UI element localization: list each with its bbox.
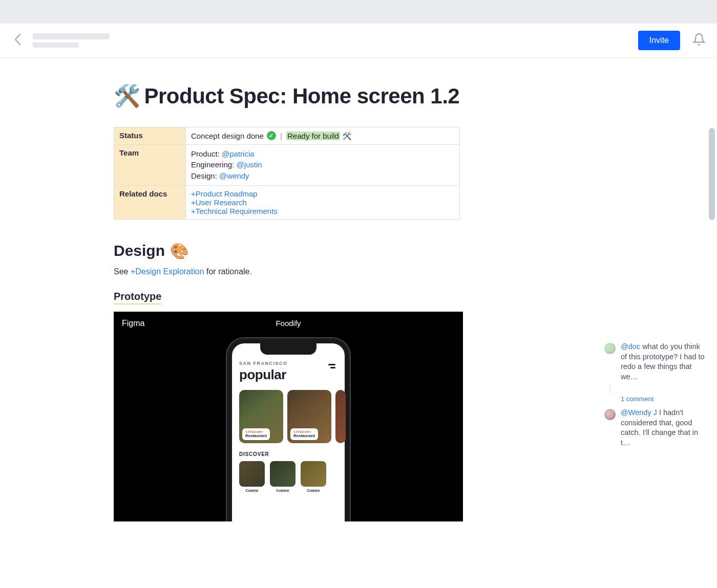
see-prefix: See xyxy=(114,267,131,276)
team-design-label: Design: xyxy=(191,171,219,180)
row-label-status: Status xyxy=(114,127,186,145)
see-suffix: for rationale. xyxy=(204,267,252,276)
discover-heading: DISCOVER xyxy=(239,451,338,457)
food-card-pill: CATEGORY Restaurant xyxy=(290,428,318,440)
card-name: Restaurant xyxy=(245,433,267,438)
thread-connector xyxy=(610,386,705,393)
row-value-team: Product: @patricia Engineering: @justin … xyxy=(186,144,460,185)
popular-cards-row: CATEGORY Restaurant CATEGORY Restaurant xyxy=(239,390,338,443)
avatar xyxy=(604,409,616,420)
skeleton-top-bar xyxy=(0,0,717,24)
discover-item: Cuisine xyxy=(239,461,265,492)
tools-emoji-icon: 🛠️ xyxy=(114,83,140,108)
prototype-heading: Prototype xyxy=(114,291,161,304)
table-row: Status Concept design done ✓ | Ready for… xyxy=(114,127,460,145)
status-text-1: Concept design done xyxy=(191,132,264,140)
page-title: 🛠️ Product Spec: Home screen 1.2 xyxy=(114,83,604,108)
check-circle-icon: ✓ xyxy=(267,131,276,140)
phone-notch xyxy=(260,343,317,355)
discover-item: Cuisine xyxy=(301,461,326,492)
discover-label: Cuisine xyxy=(245,489,258,492)
discover-label: Cuisine xyxy=(276,489,289,492)
invite-button[interactable]: Invite xyxy=(638,31,680,50)
info-table: Status Concept design done ✓ | Ready for… xyxy=(114,127,460,220)
row-label-team: Team xyxy=(114,144,186,185)
discover-item: Cuisine xyxy=(270,461,296,492)
food-card-pill: CATEGORY Restaurant xyxy=(242,428,270,440)
back-icon[interactable] xyxy=(11,31,25,50)
page-header: Invite xyxy=(0,24,717,58)
main-content: 🛠️ Product Spec: Home screen 1.2 Status … xyxy=(0,58,604,521)
doclink-design-exploration[interactable]: +Design Exploration xyxy=(131,267,204,276)
doclink-techreq[interactable]: +Technical Requirements xyxy=(191,207,278,215)
comment-mention[interactable]: @doc xyxy=(621,342,640,351)
comment[interactable]: @Wendy J I hadn't considered that, good … xyxy=(604,408,705,448)
discover-thumb xyxy=(239,461,265,487)
food-card-partial xyxy=(335,390,346,443)
status-divider: | xyxy=(280,132,282,140)
scrollbar-thumb[interactable] xyxy=(709,128,715,220)
row-label-related: Related docs xyxy=(114,185,186,219)
design-heading-text: Design xyxy=(114,242,165,259)
phone-screen: SAN FRANCISCO popular CATEGORY Restauran… xyxy=(232,343,345,497)
team-eng-label: Engineering: xyxy=(191,160,236,169)
skeleton-line xyxy=(33,33,110,39)
row-value-status: Concept design done ✓ | Ready for build … xyxy=(186,127,460,145)
page-title-text: Product Spec: Home screen 1.2 xyxy=(144,84,460,108)
mention-patricia[interactable]: @patricia xyxy=(222,149,255,158)
table-row: Team Product: @patricia Engineering: @ju… xyxy=(114,144,460,185)
food-card: CATEGORY Restaurant xyxy=(239,390,283,443)
phone-mockup: SAN FRANCISCO popular CATEGORY Restauran… xyxy=(227,338,350,521)
discover-thumb xyxy=(301,461,326,487)
comments-sidebar: @doc what do you think of this prototype… xyxy=(604,58,714,521)
comment-body: @Wendy J I hadn't considered that, good … xyxy=(621,408,705,448)
notifications-icon[interactable] xyxy=(692,33,706,48)
team-product-label: Product: xyxy=(191,149,222,158)
doclink-roadmap[interactable]: +Product Roadmap xyxy=(191,189,258,198)
palette-emoji-icon: 🎨 xyxy=(170,242,189,260)
popular-heading: popular xyxy=(239,367,338,383)
content-wrap: 🛠️ Product Spec: Home screen 1.2 Status … xyxy=(0,58,717,521)
table-row: Related docs +Product Roadmap +User Rese… xyxy=(114,185,460,219)
comment-body: @doc what do you think of this prototype… xyxy=(621,342,705,382)
card-name: Restaurant xyxy=(293,433,315,438)
row-value-related: +Product Roadmap +User Research +Technic… xyxy=(186,185,460,219)
skeleton-line xyxy=(33,42,79,48)
breadcrumb-skeleton xyxy=(33,33,110,48)
reply-count-link[interactable]: 1 comment xyxy=(621,395,705,403)
design-heading: Design 🎨 xyxy=(114,242,604,260)
discover-thumb xyxy=(270,461,296,487)
comment[interactable]: @doc what do you think of this prototype… xyxy=(604,342,705,382)
mention-wendy[interactable]: @wendy xyxy=(219,171,249,180)
food-card: CATEGORY Restaurant xyxy=(287,390,331,443)
mention-justin[interactable]: @justin xyxy=(236,160,262,169)
figma-tool-label: Figma xyxy=(122,319,144,328)
comment-mention[interactable]: @Wendy J xyxy=(621,408,657,417)
doclink-research[interactable]: +User Research xyxy=(191,198,247,207)
status-ready-highlight: Ready for build xyxy=(286,132,340,140)
figma-project-title: Foodify xyxy=(276,319,301,328)
header-left xyxy=(11,31,110,50)
discover-label: Cuisine xyxy=(307,489,320,492)
tools-emoji-icon: 🛠️ xyxy=(342,132,352,140)
figma-embed[interactable]: Figma Foodify SAN FRANCISCO popular CATE… xyxy=(114,312,463,521)
discover-row: Cuisine Cuisine Cuisine xyxy=(239,461,338,492)
design-see-line: See +Design Exploration for rationale. xyxy=(114,267,604,276)
header-right: Invite xyxy=(638,31,706,50)
hamburger-icon xyxy=(328,364,335,368)
avatar xyxy=(604,343,616,354)
location-label: SAN FRANCISCO xyxy=(239,361,338,366)
